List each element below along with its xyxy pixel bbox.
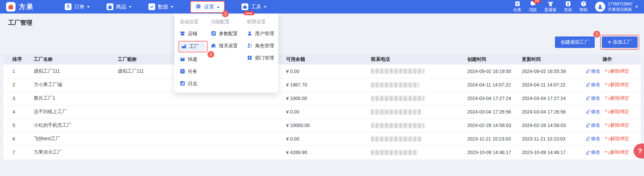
user-menu[interactable]: 17769715667 方果演示商家 [595, 1, 638, 12]
cell-phone [371, 119, 467, 132]
cell-name: 达不刘线上工厂 [34, 105, 118, 119]
factory-table: 排序 工厂名称 工厂昵称 可用余额 联系电话 创建时间 更新时间 操作 1 虚拟… [3, 54, 641, 159]
cell-created: 2024-04-11 14:07:22 [467, 78, 522, 92]
dropdown-item-express[interactable]: 快递 [180, 56, 206, 63]
package-icon [180, 56, 185, 63]
annotation-box-add-factory: 添加工厂 3 [600, 35, 639, 50]
dropdown-item-factory[interactable]: 工厂 [180, 42, 205, 51]
unbind-link[interactable]: 解除绑定 [605, 95, 629, 101]
nav-item-messages[interactable]: 消息 14 [529, 1, 537, 13]
nav-item-recharge[interactable]: ¥ 充值 [564, 1, 572, 13]
nav-item-settings[interactable]: 设置 1 [190, 1, 225, 13]
cell-nickname [118, 119, 286, 132]
svg-text:¥: ¥ [567, 2, 569, 6]
col-actions: 操作 [574, 54, 641, 65]
nav-item-orders[interactable]: 订单 [65, 3, 90, 10]
cell-actions: 修改解除绑定 [574, 105, 641, 119]
col-updated: 更新时间 [522, 54, 574, 65]
cell-updated: 2024-03-04 17:27:24 [522, 92, 574, 105]
chevron-down-icon [171, 6, 173, 8]
user-phone: 17769715667 [608, 2, 633, 6]
cell-phone [371, 146, 467, 159]
cell-actions: 修改解除绑定 [574, 65, 641, 78]
cell-updated: 2024-03-04 17:26:56 [522, 105, 574, 119]
dropdown-section-permission: 权限设置 [247, 19, 278, 25]
annotation-badge-1: 1 [222, 10, 229, 17]
gear-icon [195, 3, 201, 10]
col-sort: 排序 [3, 54, 34, 65]
cell-phone [371, 132, 467, 146]
cell-sort: 2 [3, 78, 34, 92]
cell-updated: 2024-02-28 14:58:03 [522, 119, 574, 132]
dropdown-item-departments[interactable]: 部门管理 [247, 54, 278, 62]
dropdown-section-function: 功能配置 [211, 19, 242, 25]
top-navbar: 方果 订单 商品 数据 设置 1 工具 NEW [0, 0, 644, 14]
cell-name: 方果演示工厂 [34, 146, 118, 159]
nav-item-products[interactable]: 商品 [107, 3, 132, 10]
app-logo-icon [6, 2, 16, 11]
edit-link[interactable]: 修改 [586, 149, 600, 155]
col-phone: 联系电话 [371, 54, 467, 65]
plus-icon [608, 40, 611, 45]
cell-balance: ¥ 4289.90 [286, 146, 371, 159]
task-list-icon [180, 69, 185, 75]
unbind-link[interactable]: 解除绑定 [605, 68, 629, 74]
edit-link[interactable]: 修改 [586, 82, 600, 88]
edit-link[interactable]: 修改 [586, 109, 600, 115]
dropdown-item-params[interactable]: 参数配置 [211, 30, 242, 37]
cell-name: 蔡兵工厂1 [34, 92, 118, 105]
user-icon [247, 31, 252, 37]
dropdown-item-users[interactable]: 用户管理 [247, 30, 278, 37]
dropdown-item-logs[interactable]: 日志 [180, 80, 206, 87]
dropdown-item-roles[interactable]: 角色管理 [247, 42, 278, 50]
nav-item-version[interactable]: 普通版 [544, 1, 557, 13]
table-row: 4 达不刘线上工厂 ¥ 0.00 2024-03-04 17:26:56 202… [3, 105, 641, 119]
dropdown-item-shop[interactable]: 店铺 [180, 30, 206, 37]
brand-name: 方果 [19, 2, 34, 11]
main-menu: 订单 商品 数据 设置 1 工具 NEW [65, 0, 267, 14]
blurred-phone [371, 109, 421, 115]
cell-nickname [118, 105, 286, 119]
cell-balance: ¥ 10000.00 [286, 119, 371, 132]
col-factory-name: 工厂名称 [34, 54, 118, 65]
user-name: 方果演示商家 [608, 7, 632, 12]
shirt-icon [548, 1, 554, 7]
unbind-link[interactable]: 解除绑定 [605, 109, 629, 115]
unbind-link[interactable]: 解除绑定 [605, 82, 629, 88]
shop-icon [180, 31, 185, 37]
nav-item-data[interactable]: 数据 [148, 3, 173, 10]
unbind-link[interactable]: 解除绑定 [605, 122, 629, 128]
cell-actions: 修改解除绑定 [574, 92, 641, 105]
edit-link[interactable]: 修改 [586, 122, 600, 128]
yuan-icon: ¥ [565, 1, 571, 7]
edit-link[interactable]: 修改 [586, 95, 600, 101]
add-factory-button[interactable]: 添加工厂 [602, 36, 638, 48]
factory-table-card: 排序 工厂名称 工厂昵称 可用余额 联系电话 创建时间 更新时间 操作 1 虚拟… [3, 54, 641, 159]
cell-name: 虚拟工厂111 [34, 65, 118, 78]
nav-item-tasks[interactable]: 任务 [513, 1, 522, 13]
dropdown-item-tasks[interactable]: 任务 [180, 68, 206, 75]
annotation-badge-3: 3 [593, 31, 600, 37]
cell-actions: 修改解除绑定 [574, 146, 641, 159]
unbind-link[interactable]: 解除绑定 [605, 149, 629, 155]
nav-item-help[interactable]: ? 帮助 [580, 1, 588, 13]
orders-icon [65, 3, 72, 10]
blurred-phone [371, 150, 418, 155]
cell-updated: 2023-10-09 14:46:17 [522, 146, 574, 159]
tasks-icon [514, 1, 521, 7]
unbind-link[interactable]: 解除绑定 [605, 136, 629, 142]
edit-link[interactable]: 修改 [586, 68, 600, 74]
nav-item-tools[interactable]: 工具 NEW [242, 3, 267, 10]
help-question-mark: ? [638, 147, 642, 155]
cell-sort: 1 [3, 65, 34, 78]
brand[interactable]: 方果 [6, 2, 57, 11]
edit-link[interactable]: 修改 [586, 136, 600, 142]
cell-updated: 2023-11-21 10:23:03 [522, 132, 574, 146]
cell-name: 方小果工厂端 [34, 78, 118, 92]
sliders-icon [211, 31, 216, 37]
dropdown-item-customs[interactable]: 报关设置 [211, 42, 242, 50]
dropdown-section-basic: 基础设置 [180, 19, 206, 25]
data-icon [148, 3, 155, 10]
cell-phone [371, 105, 467, 119]
create-virtual-factory-button[interactable]: 创建虚拟工厂 [555, 36, 595, 48]
